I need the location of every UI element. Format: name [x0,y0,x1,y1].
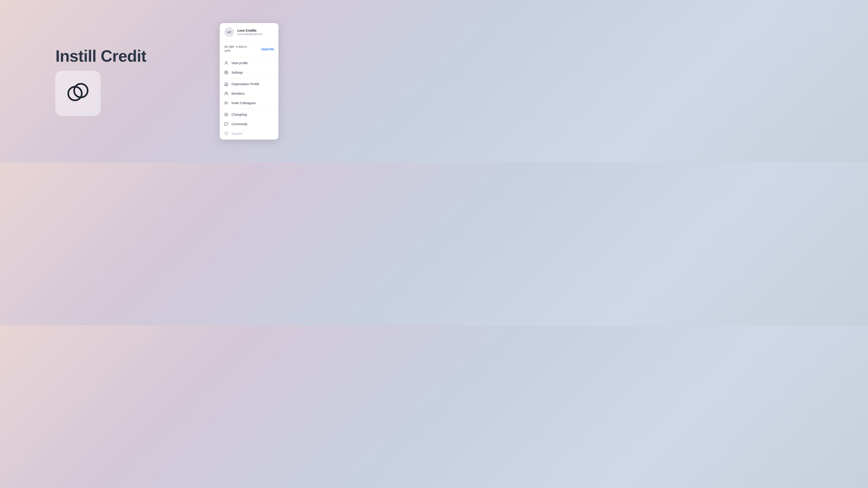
menu-item-label-organisation-profile: Organisation Profile [231,82,259,86]
menu-section: View profile Settings Organisation Profi… [220,57,278,140]
help-circle-icon [224,131,228,135]
user-section: LC Love Credits lovecredits@instill.tech [220,23,278,41]
menu-item-changelog[interactable]: Changelog [220,110,278,119]
menu-item-members[interactable]: Members [220,89,278,98]
menu-item-community[interactable]: Community [220,119,278,129]
menu-item-label-settings: Settings [231,71,243,74]
dropdown-menu: LC Love Credits lovecredits@instill.tech… [220,23,278,140]
user-info: Love Credits lovecredits@instill.tech [237,29,263,35]
svg-point-4 [225,92,226,93]
svg-point-2 [225,61,227,63]
svg-marker-8 [225,113,228,115]
menu-item-invite-colleagues[interactable]: Invite Colleagues [220,98,278,108]
menu-item-label-view-profile: View profile [231,61,248,65]
icon-card [55,71,101,116]
menu-item-label-community: Community [231,122,248,126]
gear-icon [224,70,228,74]
group-icon [224,92,228,96]
user-email: lovecredits@instill.tech [237,33,263,35]
menu-item-label-members: Members [231,92,245,95]
svg-point-5 [225,101,226,103]
main-content: Instill Credit [55,47,146,116]
menu-item-organisation-profile[interactable]: Organisation Profile [220,79,278,89]
svg-point-9 [225,132,228,135]
credits-text: 10,000 credits left [224,45,247,53]
menu-divider-1 [220,78,278,78]
app-title: Instill Credit [55,47,146,65]
svg-point-3 [226,72,227,73]
menu-item-support[interactable]: Support [220,129,278,138]
menu-item-settings[interactable]: Settings [220,68,278,77]
upgrade-button[interactable]: Upgrade [261,47,274,51]
building-icon [224,82,228,86]
menu-item-label-invite-colleagues: Invite Colleagues [231,101,256,105]
credits-section: 10,000 credits left Upgrade [220,41,278,57]
menu-item-label-support: Support [231,132,243,135]
layers-icon [224,112,228,117]
avatar: LC [224,27,234,37]
user-name: Love Credits [237,29,263,32]
chat-icon [224,122,228,126]
person-add-icon [224,101,228,105]
credit-icon [63,78,93,108]
menu-item-label-changelog: Changelog [231,113,247,116]
menu-item-view-profile[interactable]: View profile [220,58,278,68]
person-icon [224,61,228,65]
